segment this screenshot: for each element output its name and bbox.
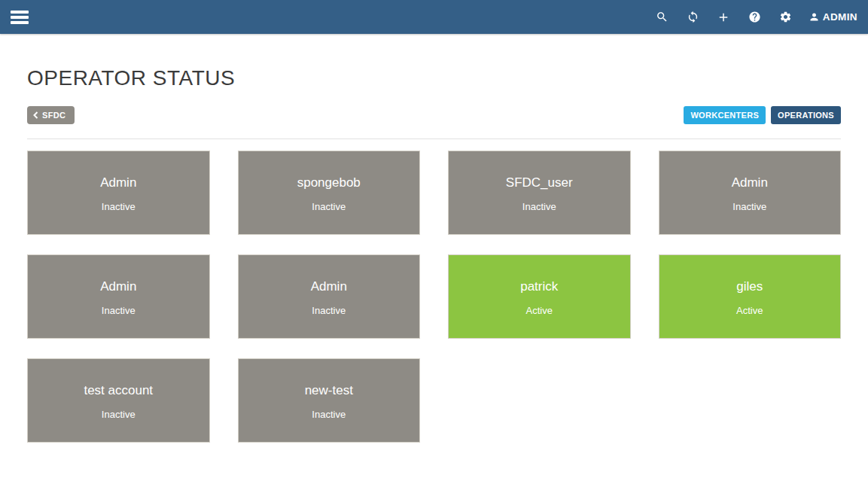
operator-name: new-test (239, 383, 420, 398)
toolbar: SFDC WORKCENTERS OPERATIONS (27, 106, 841, 124)
operator-name: test account (28, 383, 209, 398)
main-content: OPERATOR STATUS SFDC WORKCENTERS OPERATI… (0, 66, 868, 443)
back-button-label: SFDC (42, 111, 65, 120)
operator-card[interactable]: Admin Inactive (27, 151, 210, 235)
operator-name: Admin (28, 175, 209, 190)
operator-card[interactable]: Admin Inactive (27, 254, 210, 339)
search-icon[interactable] (647, 0, 678, 34)
operator-card[interactable]: test account Inactive (27, 358, 210, 443)
help-icon[interactable] (739, 0, 770, 34)
menu-icon[interactable] (6, 6, 33, 29)
operator-name: Admin (28, 279, 209, 294)
operator-card[interactable]: SFDC_user Inactive (448, 151, 631, 235)
navbar-actions: ADMIN (647, 0, 857, 34)
top-navbar: ADMIN (0, 0, 868, 34)
operations-button[interactable]: OPERATIONS (771, 106, 841, 124)
operator-status: Active (659, 305, 841, 316)
user-icon (809, 11, 820, 23)
refresh-icon[interactable] (678, 0, 708, 34)
operator-status: Inactive (239, 409, 420, 420)
add-icon[interactable] (708, 0, 739, 34)
view-toggle-group: WORKCENTERS OPERATIONS (684, 106, 841, 124)
operator-status: Inactive (239, 305, 420, 316)
operator-card[interactable]: Admin Inactive (659, 151, 842, 235)
operator-status: Active (449, 305, 630, 316)
operator-grid: Admin Inactive spongebob Inactive SFDC_u… (27, 151, 841, 443)
operator-card[interactable]: giles Active (659, 254, 842, 339)
operator-status: Inactive (28, 409, 209, 420)
operator-name: giles (659, 279, 841, 294)
operator-status: Inactive (239, 201, 420, 212)
user-menu[interactable]: ADMIN (809, 11, 857, 23)
settings-icon[interactable] (770, 0, 801, 34)
operator-name: spongebob (239, 175, 420, 190)
operator-name: patrick (449, 279, 630, 294)
user-label: ADMIN (823, 11, 857, 23)
chevron-left-icon (33, 111, 38, 119)
operator-card[interactable]: new-test Inactive (238, 358, 421, 443)
divider (27, 139, 841, 139)
operator-card[interactable]: spongebob Inactive (238, 151, 421, 235)
page-title: OPERATOR STATUS (27, 66, 841, 90)
operator-name: SFDC_user (449, 175, 630, 190)
operator-status: Inactive (28, 305, 209, 316)
back-button-sfdc[interactable]: SFDC (27, 106, 75, 124)
operator-card[interactable]: Admin Inactive (238, 254, 421, 339)
workcenters-button[interactable]: WORKCENTERS (684, 106, 766, 124)
operator-name: Admin (659, 175, 841, 190)
operator-status: Inactive (28, 201, 209, 212)
operator-card[interactable]: patrick Active (448, 254, 631, 339)
operator-name: Admin (239, 279, 420, 294)
operator-status: Inactive (659, 201, 841, 212)
operator-status: Inactive (449, 201, 630, 212)
